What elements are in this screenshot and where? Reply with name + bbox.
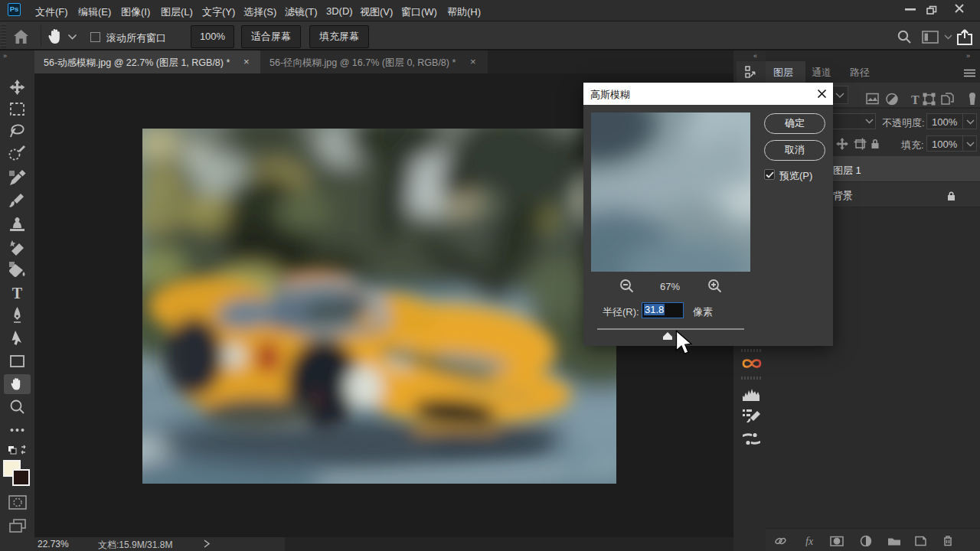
svg-text:fx: fx bbox=[805, 536, 814, 547]
svg-text:T: T bbox=[911, 93, 920, 106]
svg-text:T: T bbox=[12, 285, 23, 302]
